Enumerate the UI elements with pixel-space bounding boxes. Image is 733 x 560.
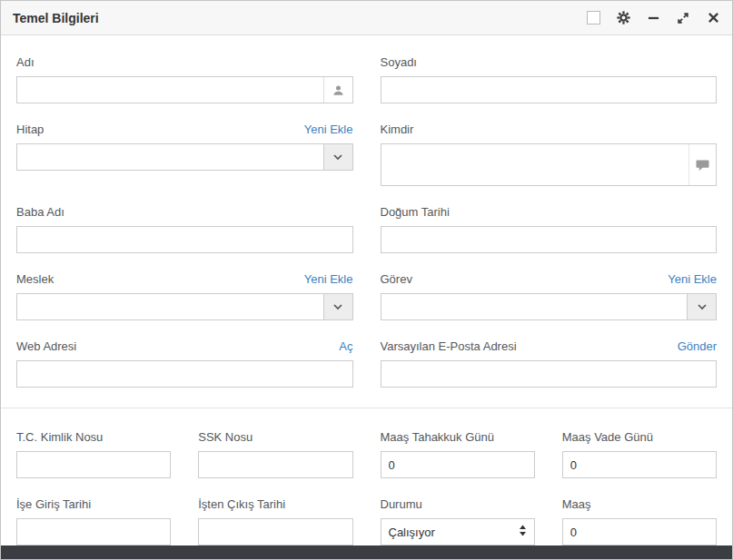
maas-tahakkuk-gunu-label: Maaş Tahakkuk Günü bbox=[381, 430, 495, 444]
baba-adi-input[interactable] bbox=[16, 226, 353, 253]
adi-input[interactable] bbox=[17, 77, 323, 103]
field-dogum-tarihi: Doğum Tarihi bbox=[381, 205, 718, 253]
gear-icon[interactable] bbox=[616, 11, 630, 25]
varsayilan-eposta-label: Varsayılan E-Posta Adresi bbox=[381, 339, 517, 353]
tc-kimlik-nosu-input[interactable] bbox=[16, 451, 171, 478]
field-web-adresi: Web Adresi Aç bbox=[16, 339, 353, 388]
kimdir-label: Kimdir bbox=[381, 123, 414, 136]
field-baba-adi: Baba Adı bbox=[16, 205, 353, 253]
field-adi: Adı bbox=[16, 55, 353, 103]
isten-cikis-tarihi-input[interactable] bbox=[198, 518, 352, 545]
field-maas-vade-gunu: Maaş Vade Günü bbox=[562, 430, 717, 478]
baba-adi-label: Baba Adı bbox=[16, 205, 64, 219]
field-maas: Maaş bbox=[562, 497, 717, 545]
temel-bilgileri-panel: Temel Bilgileri bbox=[0, 0, 733, 560]
soyadi-input[interactable] bbox=[381, 76, 718, 103]
field-maas-tahakkuk-gunu: Maaş Tahakkuk Günü bbox=[381, 430, 535, 478]
panel-body: Adı Soyadı bbox=[1, 35, 732, 545]
gorev-select-value[interactable] bbox=[381, 294, 688, 319]
employment-fields-grid: T.C. Kimlik Nosu SSK Nosu Maaş Tahakkuk … bbox=[16, 430, 717, 545]
user-icon bbox=[323, 77, 352, 103]
field-kimdir: Kimdir bbox=[381, 123, 718, 186]
meslek-yeni-ekle-link[interactable]: Yeni Ekle bbox=[304, 272, 353, 286]
comment-icon bbox=[688, 144, 716, 185]
web-adresi-label: Web Adresi bbox=[16, 339, 76, 353]
durumu-select-value: Çalışıyor bbox=[389, 526, 435, 539]
web-adresi-input[interactable] bbox=[16, 360, 353, 388]
field-gorev: Görev Yeni Ekle bbox=[381, 272, 718, 320]
gorev-select[interactable] bbox=[381, 293, 718, 320]
adi-label: Adı bbox=[16, 55, 35, 69]
durumu-select[interactable]: Çalışıyor bbox=[381, 518, 535, 545]
hitap-label: Hitap bbox=[16, 123, 44, 136]
field-hitap: Hitap Yeni Ekle bbox=[16, 123, 353, 186]
panel-title: Temel Bilgileri bbox=[13, 11, 99, 25]
ssk-nosu-label: SSK Nosu bbox=[198, 430, 253, 444]
maas-vade-gunu-input[interactable] bbox=[562, 451, 717, 478]
panel-header: Temel Bilgileri bbox=[1, 1, 732, 35]
field-varsayilan-eposta: Varsayılan E-Posta Adresi Gönder bbox=[381, 339, 718, 388]
varsayilan-eposta-input[interactable] bbox=[381, 360, 718, 388]
minimize-icon[interactable] bbox=[646, 11, 660, 25]
main-fields-grid: Adı Soyadı bbox=[16, 55, 717, 407]
field-meslek: Meslek Yeni Ekle bbox=[16, 272, 353, 320]
maas-input[interactable] bbox=[562, 518, 717, 545]
field-ise-giris-tarihi: İşe Giriş Tarihi bbox=[16, 497, 171, 545]
close-icon[interactable] bbox=[706, 11, 720, 25]
chevron-down-icon[interactable] bbox=[323, 294, 352, 319]
box-icon[interactable] bbox=[586, 11, 600, 25]
field-durumu: Durumu Çalışıyor bbox=[381, 497, 535, 545]
soyadi-label: Soyadı bbox=[381, 55, 417, 69]
hitap-select[interactable] bbox=[16, 143, 353, 171]
meslek-label: Meslek bbox=[16, 272, 54, 286]
ise-giris-tarihi-label: İşe Giriş Tarihi bbox=[16, 497, 91, 511]
hitap-yeni-ekle-link[interactable]: Yeni Ekle bbox=[304, 123, 353, 136]
durumu-label: Durumu bbox=[381, 497, 422, 511]
chevron-down-icon[interactable] bbox=[323, 144, 352, 170]
dogum-tarihi-label: Doğum Tarihi bbox=[381, 205, 450, 219]
expand-icon[interactable] bbox=[676, 11, 690, 25]
ssk-nosu-input[interactable] bbox=[198, 451, 352, 478]
bottom-dark-bar bbox=[1, 545, 732, 559]
hitap-select-value[interactable] bbox=[17, 144, 323, 170]
isten-cikis-tarihi-label: İşten Çıkış Tarihi bbox=[198, 497, 285, 511]
kimdir-textarea[interactable] bbox=[381, 144, 689, 185]
gorev-yeni-ekle-link[interactable]: Yeni Ekle bbox=[668, 272, 717, 286]
meslek-select[interactable] bbox=[16, 293, 353, 320]
kimdir-textarea-group bbox=[381, 143, 718, 186]
panel-header-actions bbox=[586, 11, 720, 25]
maas-vade-gunu-label: Maaş Vade Günü bbox=[562, 430, 653, 444]
box-icon-shape bbox=[587, 11, 600, 25]
section-divider bbox=[1, 408, 732, 408]
maas-label: Maaş bbox=[562, 497, 591, 511]
web-adresi-ac-link[interactable]: Aç bbox=[339, 339, 352, 353]
dogum-tarihi-input[interactable] bbox=[381, 226, 718, 253]
field-ssk-nosu: SSK Nosu bbox=[198, 430, 352, 478]
field-isten-cikis-tarihi: İşten Çıkış Tarihi bbox=[198, 497, 352, 545]
tc-kimlik-nosu-label: T.C. Kimlik Nosu bbox=[16, 430, 103, 444]
up-down-arrows-icon bbox=[519, 525, 527, 539]
meslek-select-value[interactable] bbox=[17, 294, 323, 319]
adi-input-group bbox=[16, 76, 353, 103]
gorev-label: Görev bbox=[381, 272, 412, 286]
maas-tahakkuk-gunu-input[interactable] bbox=[381, 451, 535, 478]
field-soyadi: Soyadı bbox=[381, 55, 718, 103]
field-tc-kimlik-nosu: T.C. Kimlik Nosu bbox=[16, 430, 171, 478]
eposta-gonder-link[interactable]: Gönder bbox=[678, 339, 717, 353]
chevron-down-icon[interactable] bbox=[687, 294, 716, 319]
ise-giris-tarihi-input[interactable] bbox=[16, 518, 171, 545]
